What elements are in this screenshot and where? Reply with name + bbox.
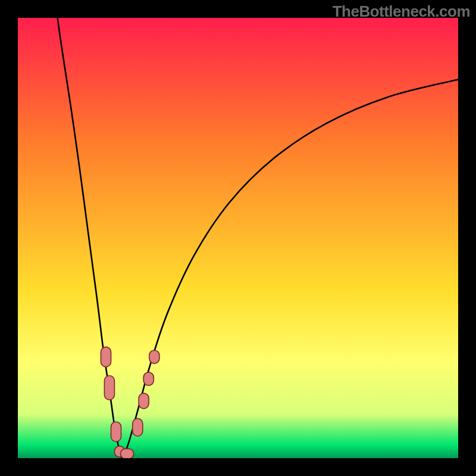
curves-layer [18, 18, 458, 458]
data-marker [104, 375, 114, 400]
data-marker [111, 422, 121, 441]
watermark-label: TheBottleneck.com [333, 2, 470, 21]
data-marker [143, 372, 154, 386]
data-marker [139, 393, 149, 409]
plot-area [18, 18, 458, 458]
data-marker [101, 347, 111, 367]
data-marker [120, 449, 133, 458]
chart-frame: TheBottleneck.com [0, 0, 476, 476]
data-marker [133, 418, 143, 436]
data-marker [149, 350, 159, 364]
curve-right-branch [122, 80, 458, 458]
